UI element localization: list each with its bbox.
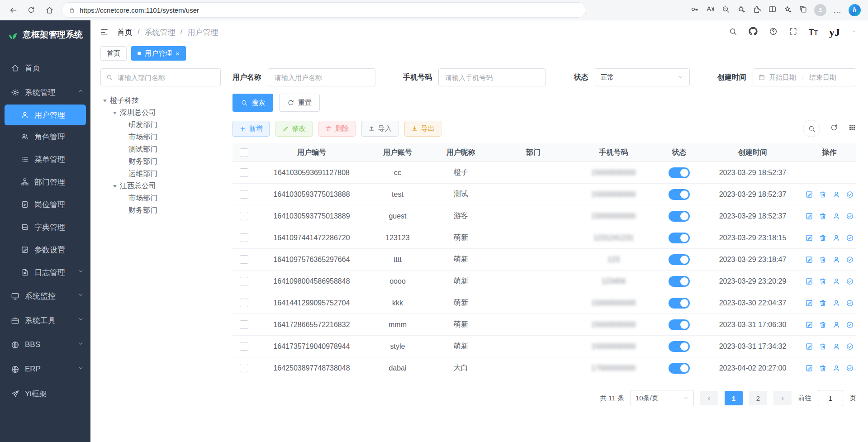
browser-menu-icon[interactable]: … [833,5,842,15]
assign-role-icon[interactable] [846,299,854,307]
status-toggle[interactable] [669,363,690,374]
status-toggle[interactable] [669,189,690,200]
tree-node-leaf[interactable]: 运维部门 [100,168,221,180]
edit-row-icon[interactable] [805,190,813,199]
sidebar-item-home[interactable]: 首页 [0,56,90,80]
split-screen-icon[interactable] [768,5,777,15]
assign-role-icon[interactable] [846,256,854,264]
sidebar-item-yi-framework[interactable]: Yi框架 [0,381,90,406]
delete-row-icon[interactable] [819,190,827,199]
phone-input[interactable] [444,73,540,82]
status-toggle[interactable] [669,341,690,352]
edit-row-icon[interactable] [805,212,813,220]
sidebar-item-system-tools[interactable]: 系统工具 [0,308,90,333]
edit-row-icon[interactable] [805,256,813,264]
assign-role-icon[interactable] [846,321,854,329]
edit-row-icon[interactable] [805,234,813,242]
table-row[interactable]: 1641030593691127808 cc 橙子 15000000000 20… [232,162,856,184]
row-checkbox[interactable] [240,255,248,264]
reset-password-icon[interactable] [832,277,840,285]
export-button[interactable]: 导出 [404,121,441,137]
delete-row-icon[interactable] [819,342,827,351]
tab-user-management[interactable]: 用户管理 × [131,46,186,61]
delete-row-icon[interactable] [819,321,827,329]
font-size-icon[interactable]: TT [809,27,818,37]
sidebar-item-bbs[interactable]: BBS [0,333,90,357]
reset-button[interactable]: 重置 [279,94,320,112]
import-button[interactable]: 导入 [361,121,398,137]
hide-search-icon[interactable] [803,120,820,137]
tab-home[interactable]: 首页 [100,46,127,61]
reset-password-icon[interactable] [832,321,840,329]
tree-node[interactable]: 江西总公司 [100,180,221,192]
status-toggle[interactable] [669,211,690,222]
date-range-picker[interactable]: 开始日期 - 结束日期 [753,68,856,86]
reset-password-icon[interactable] [832,190,840,199]
tree-node-leaf[interactable]: 研发部门 [100,119,221,131]
sidebar-item-role-management[interactable]: 角色管理 [0,125,90,148]
assign-role-icon[interactable] [846,212,854,220]
sidebar-item-user-management[interactable]: 用户管理 [5,105,86,125]
fullscreen-icon[interactable] [789,27,797,38]
tree-node-leaf[interactable]: 市场部门 [100,192,221,204]
close-tab-icon[interactable]: × [175,50,180,57]
browser-profile-avatar[interactable] [814,4,826,16]
sidebar-item-param-settings[interactable]: 参数设置 [0,238,90,261]
delete-row-icon[interactable] [819,299,827,307]
username-input[interactable] [274,73,370,82]
delete-row-icon[interactable] [819,364,827,372]
zoom-out-icon[interactable] [721,5,730,15]
user-avatar[interactable]: yJ [829,27,840,38]
prev-page-button[interactable]: ‹ [700,391,718,405]
table-row[interactable]: 1641735719040978944 style 萌新 15000000000… [232,336,856,357]
row-checkbox[interactable] [240,190,248,199]
table-row[interactable]: 1641441299095752704 kkk 萌新 15000000000 2… [232,292,856,314]
favorites-add-icon[interactable] [737,5,746,15]
sidebar-item-system-monitor[interactable]: 系统监控 [0,284,90,308]
add-button[interactable]: 新增 [232,121,270,137]
sidebar-item-department-management[interactable]: 部门管理 [0,171,90,193]
back-icon[interactable] [5,2,21,18]
tree-node-leaf[interactable]: 测试部门 [100,143,221,156]
collections-icon[interactable] [799,5,807,15]
reset-password-icon[interactable] [832,299,840,307]
table-row[interactable]: 1641728665572216832 mmm 萌新 15000000000 2… [232,314,856,336]
reset-password-icon[interactable] [832,364,840,372]
assign-role-icon[interactable] [846,364,854,372]
dept-search-input[interactable] [117,73,215,82]
reset-password-icon[interactable] [832,234,840,242]
edit-button[interactable]: 修改 [275,121,313,137]
breadcrumb-home[interactable]: 首页 [117,27,133,38]
copilot-icon[interactable]: b [849,4,861,16]
assign-role-icon[interactable] [846,234,854,242]
read-aloud-icon[interactable] [706,5,715,15]
edit-row-icon[interactable] [805,364,813,372]
goto-page-input[interactable] [818,390,843,406]
column-settings-icon[interactable] [848,124,856,133]
sidebar-item-erp[interactable]: ERP [0,357,90,381]
row-checkbox[interactable] [240,277,248,285]
delete-row-icon[interactable] [819,256,827,264]
reload-icon[interactable] [24,2,39,18]
row-checkbox[interactable] [240,364,248,372]
sidebar-item-dict-management[interactable]: 字典管理 [0,216,90,238]
refresh-table-icon[interactable] [830,124,838,133]
status-toggle[interactable] [669,254,690,265]
row-checkbox[interactable] [240,342,248,351]
passwords-key-icon[interactable] [690,5,699,15]
github-icon[interactable] [749,27,758,38]
chevron-down-icon[interactable] [851,28,857,36]
table-row[interactable]: 1641098004586958848 oooo 萌新 123456 2023-… [232,271,856,292]
row-checkbox[interactable] [240,168,248,177]
status-toggle[interactable] [669,167,690,178]
assign-role-icon[interactable] [846,190,854,199]
assign-role-icon[interactable] [846,277,854,285]
page-button-2[interactable]: 2 [749,391,767,405]
sidebar-item-menu-management[interactable]: 菜单管理 [0,148,90,171]
row-checkbox[interactable] [240,212,248,220]
sidebar-item-log-management[interactable]: 日志管理 [0,261,90,284]
select-all-checkbox[interactable] [240,148,248,157]
status-toggle[interactable] [669,276,690,287]
status-toggle[interactable] [669,298,690,309]
delete-row-icon[interactable] [819,234,827,242]
